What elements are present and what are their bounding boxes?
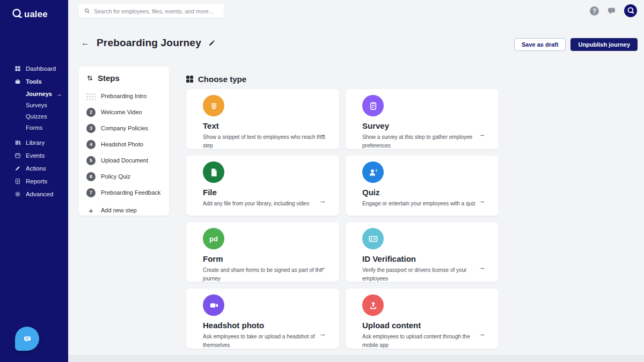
sidebar-item-events[interactable]: Events (0, 149, 68, 162)
card-title: ID Verification (362, 254, 485, 263)
card-file[interactable]: File Add any file from your library, inc… (186, 156, 339, 216)
card-id-verification[interactable]: ID Verification Verify the passport or d… (346, 222, 499, 282)
person-question-icon: ? (362, 161, 384, 183)
sidebar-item-actions[interactable]: Actions (0, 162, 68, 175)
plus-icon: + (86, 206, 96, 215)
step-number-badge: 7 (86, 188, 96, 197)
steps-title: Steps (98, 73, 120, 83)
card-upload-content[interactable]: Upload content Ask employees to upload c… (346, 289, 499, 349)
drag-handle-icon[interactable] (86, 92, 96, 100)
step-row-preboarding-feedback[interactable]: 7 Preboarding Feedback (86, 184, 163, 201)
sidebar-item-label: Actions (26, 165, 46, 172)
user-avatar[interactable] (624, 4, 637, 17)
step-row-preboarding-intro[interactable]: Preboarding Intro (86, 88, 163, 104)
step-label: Preboarding Intro (101, 93, 147, 99)
text-lines-icon (203, 95, 224, 116)
card-description: Show a snippet of text to employees who … (203, 133, 325, 150)
sidebar-item-dashboard[interactable]: Dashboard (0, 62, 68, 75)
briefcase-icon (14, 78, 21, 85)
edit-pencil-icon[interactable] (208, 40, 215, 47)
card-arrow-icon[interactable]: → (319, 263, 326, 271)
card-title: Quiz (362, 188, 485, 197)
video-camera-icon (203, 294, 224, 316)
save-as-draft-button[interactable]: Save as draft (514, 38, 566, 51)
qualee-logo[interactable]: ualee (0, 0, 68, 20)
card-arrow-icon[interactable]: → (319, 197, 326, 205)
card-arrow-icon[interactable]: → (478, 130, 485, 138)
header-buttons: Save as draft Unpublish journey (514, 38, 638, 51)
card-form[interactable]: pd Form Create and share forms to be sig… (186, 222, 339, 282)
back-arrow-icon[interactable]: ← (81, 38, 90, 48)
card-arrow-icon[interactable]: → (478, 330, 485, 338)
card-title: Upload content (362, 321, 485, 330)
card-title: File (203, 188, 325, 197)
type-cards-grid: Text Show a snippet of text to employees… (186, 89, 499, 349)
add-step-label: Add new step (101, 207, 137, 213)
card-text[interactable]: Text Show a snippet of text to employees… (186, 89, 339, 149)
card-arrow-icon[interactable]: → (478, 197, 485, 205)
pandadoc-icon: pd (203, 228, 224, 249)
qualee-logo-text: ualee (24, 9, 48, 19)
help-icon[interactable]: ? (590, 6, 599, 16)
support-chat-widget[interactable] (15, 327, 39, 351)
chat-bubble-icon (23, 334, 32, 344)
sidebar-item-forms[interactable]: Forms (0, 122, 68, 133)
card-description: Show a survey at this step to gather emp… (362, 133, 485, 150)
page-header: ← Preboarding Journey (81, 37, 215, 49)
sidebar-item-label: Surveys (26, 102, 47, 108)
sidebar-item-journeys[interactable]: Journeys → (0, 88, 68, 99)
step-label: Company Policies (101, 125, 148, 131)
card-survey[interactable]: Survey Show a survey at this step to gat… (346, 89, 499, 149)
card-arrow-icon[interactable]: → (319, 330, 326, 338)
sidebar-item-library[interactable]: Library (0, 136, 68, 149)
step-row-policy-quiz[interactable]: 6 Policy Quiz (86, 168, 163, 184)
card-arrow-icon[interactable]: → (319, 130, 326, 138)
global-search (79, 4, 224, 18)
card-title: Headshot photo (203, 321, 325, 330)
step-label: Welcome Video (101, 109, 142, 115)
sidebar: ualee Dashboard Tools Journeys → Surveys… (0, 0, 68, 362)
sidebar-item-label: Reports (26, 178, 47, 184)
pandadoc-logo-text: pd (209, 235, 218, 243)
steps-panel: Steps Preboarding Intro 2 Welcome Video … (79, 67, 169, 216)
step-row-welcome-video[interactable]: 2 Welcome Video (86, 104, 163, 120)
step-number-badge: 2 (86, 108, 96, 117)
sidebar-item-surveys[interactable]: Surveys (0, 99, 68, 110)
card-description: Add any file from your library, includin… (203, 200, 325, 208)
step-label: Upload Document (101, 157, 148, 164)
card-arrow-icon[interactable]: → (478, 263, 485, 271)
sidebar-item-quizzes[interactable]: Quizzes (0, 110, 68, 122)
step-number-badge: 5 (86, 156, 96, 165)
card-description: Ask employees to take or upload a headsh… (203, 333, 325, 349)
page-title: Preboarding Journey (97, 37, 201, 49)
search-input[interactable] (94, 8, 218, 14)
reorder-arrows-icon (86, 75, 93, 82)
qualee-q-icon (11, 8, 23, 20)
step-label: Headshot Photo (101, 141, 143, 147)
step-number-badge: 6 (86, 172, 96, 181)
dashboard-icon (14, 65, 21, 72)
card-quiz[interactable]: ? Quiz Engage or entertain your employee… (346, 156, 499, 216)
step-row-company-policies[interactable]: 3 Company Policies (86, 120, 163, 136)
id-card-icon (362, 228, 384, 249)
sidebar-item-label: Forms (26, 124, 42, 131)
sidebar-item-label: Quizzes (26, 113, 47, 120)
step-row-headshot-photo[interactable]: 4 Headshot Photo (86, 136, 163, 152)
choose-type-header: Choose type (186, 75, 246, 84)
card-headshot-photo[interactable]: Headshot photo Ask employees to take or … (186, 289, 339, 349)
sidebar-item-tools[interactable]: Tools (0, 75, 68, 88)
sidebar-item-label: Events (26, 152, 45, 159)
report-icon (14, 178, 21, 184)
feedback-bubble-icon[interactable] (607, 6, 616, 16)
add-new-step-button[interactable]: + Add new step (86, 202, 163, 219)
sidebar-item-label: Journeys (26, 91, 52, 97)
card-description: Ask employees to upload content through … (362, 333, 485, 349)
step-number-badge: 3 (86, 124, 96, 133)
step-row-upload-document[interactable]: 5 Upload Document (86, 152, 163, 168)
sidebar-item-advanced[interactable]: Advanced (0, 188, 68, 201)
step-number-badge: 4 (86, 140, 96, 149)
bottom-strip (68, 355, 644, 362)
unpublish-journey-button[interactable]: Unpublish journey (570, 38, 638, 51)
clipboard-icon (362, 95, 384, 116)
sidebar-item-reports[interactable]: Reports (0, 175, 68, 188)
